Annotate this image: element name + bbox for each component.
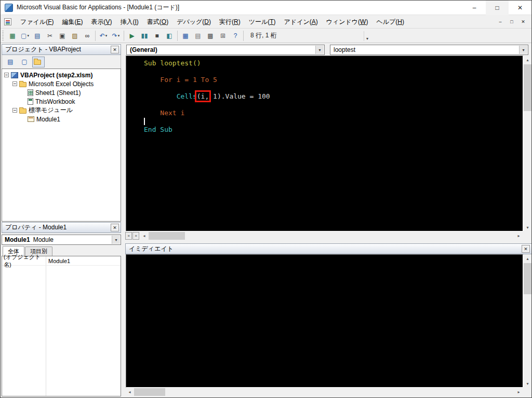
toggle-folders-icon[interactable]	[32, 57, 45, 67]
menu-item-tools[interactable]: ツール(T)	[245, 15, 280, 29]
project-panel-close-button[interactable]: ✕	[111, 46, 119, 53]
menu-item-help[interactable]: ヘルプ(H)	[372, 15, 408, 29]
view-object-icon[interactable]: ▢	[18, 57, 31, 67]
tree-item-excel-objects-folder[interactable]: −Microsoft Excel Objects	[2, 79, 121, 88]
minimize-button[interactable]: –	[463, 1, 486, 15]
chevron-down-icon[interactable]: ▾	[27, 34, 29, 38]
mdi-minimize-button[interactable]: –	[495, 17, 506, 26]
scrollbar-thumb[interactable]	[149, 232, 185, 240]
chevron-down-icon[interactable]: ▾	[519, 46, 527, 54]
run-icon[interactable]: ▶	[126, 30, 138, 42]
toolbar-options-icon[interactable]: ▾	[364, 31, 370, 41]
toolbar-separator	[243, 31, 244, 41]
scrollbar-thumb[interactable]	[134, 388, 165, 396]
tree-item-sheet1[interactable]: Sheet1 (Sheet1)	[2, 88, 121, 97]
annotation-highlight-box: (i,	[197, 92, 209, 100]
tree-item-thisworkbook[interactable]: ThisWorkbook	[2, 97, 121, 106]
toolbox-icon[interactable]: ⊞	[217, 30, 229, 42]
scroll-right-icon[interactable]: ▸	[514, 388, 523, 396]
scroll-left-icon[interactable]: ◂	[125, 388, 134, 396]
procedure-dropdown[interactable]: looptest ▾	[330, 45, 528, 55]
menu-item-edit[interactable]: 編集(E)	[58, 15, 87, 29]
paste-icon[interactable]: ▨	[69, 30, 81, 42]
properties-object-dropdown[interactable]: Module1 Module ▾	[2, 235, 121, 245]
undo-icon[interactable]: ↶▾	[97, 30, 110, 42]
project-explorer-panel: プロジェクト - VBAProject ✕ ▤▢ −VBAProject (st…	[2, 44, 121, 222]
properties-window-icon[interactable]: ▤	[192, 30, 204, 42]
scroll-right-icon[interactable]: ▸	[514, 232, 523, 240]
scroll-up-icon[interactable]: ▴	[523, 56, 532, 64]
project-explorer-icon[interactable]: ▦	[179, 30, 192, 42]
code-editor[interactable]: Sub looptest() For i = 1 To 5 Cells(i, 1…	[126, 56, 523, 231]
object-browser-icon[interactable]: ▩	[204, 30, 217, 42]
procedure-view-button[interactable]: ≡	[125, 232, 132, 240]
mdi-restore-button[interactable]: □	[507, 17, 517, 26]
save-icon[interactable]: ▤	[31, 30, 44, 42]
tree-item-vbaproject-root[interactable]: −VBAProject (step2.xlsm)	[2, 71, 121, 79]
code-line: End Sub	[144, 126, 523, 134]
menu-item-format[interactable]: 書式(O)	[143, 15, 172, 29]
view-excel-icon[interactable]: ▦	[6, 30, 19, 42]
code-line	[144, 84, 523, 92]
full-module-view-button[interactable]: ≡	[132, 232, 139, 240]
cut-icon[interactable]: ✂	[44, 30, 56, 42]
project-tree[interactable]: −VBAProject (step2.xlsm)−Microsoft Excel…	[2, 68, 121, 222]
collapse-expander-icon[interactable]: −	[12, 81, 17, 86]
tree-item-label: VBAProject (step2.xlsm)	[20, 72, 92, 79]
mdi-close-button[interactable]: ✕	[518, 17, 528, 26]
toolbar-separator	[95, 31, 96, 41]
tree-item-module1[interactable]: Module1	[2, 115, 121, 123]
properties-panel-title: プロパティ - Module1	[5, 223, 66, 232]
immediate-horizontal-scrollbar[interactable]: ◂ ▸	[125, 388, 523, 396]
insert-userform-icon[interactable]: ▢▾	[19, 30, 31, 42]
menu-item-addins[interactable]: アドイン(A)	[280, 15, 322, 29]
immediate-panel-title: イミディエイト	[129, 244, 174, 253]
copy-icon[interactable]: ▣	[56, 30, 69, 42]
chevron-down-icon[interactable]: ▾	[112, 236, 120, 244]
scroll-left-icon[interactable]: ◂	[140, 232, 149, 240]
module-document-icon[interactable]	[4, 18, 11, 25]
immediate-content[interactable]	[126, 254, 523, 388]
property-value: Module1	[46, 258, 70, 264]
help-icon[interactable]: ?	[229, 30, 242, 42]
chevron-down-icon[interactable]: ▾	[118, 34, 120, 38]
scroll-down-icon[interactable]: ▾	[523, 223, 532, 231]
chevron-down-icon[interactable]: ▾	[105, 34, 108, 38]
design-mode-icon[interactable]: ◧	[163, 30, 176, 42]
menu-item-run[interactable]: 実行(R)	[215, 15, 245, 29]
menu-item-insert[interactable]: 挿入(I)	[116, 15, 143, 29]
break-icon[interactable]: ▮▮	[138, 30, 151, 42]
scroll-down-icon[interactable]: ▾	[523, 379, 532, 388]
title-bar[interactable]: Microsoft Visual Basic for Applications …	[1, 1, 531, 15]
properties-panel-close-button[interactable]: ✕	[111, 224, 119, 231]
find-icon[interactable]: ∞	[81, 30, 94, 42]
tree-item-modules-folder[interactable]: −標準モジュール	[2, 106, 121, 115]
workbook-icon	[28, 98, 33, 105]
chevron-down-icon[interactable]: ▾	[315, 46, 324, 54]
object-dropdown[interactable]: (General) ▾	[126, 45, 325, 55]
toolbar-separator	[124, 31, 124, 41]
window-title: Microsoft Visual Basic for Applications …	[17, 3, 179, 12]
menu-item-window[interactable]: ウィンドウ(W)	[322, 15, 373, 29]
close-button[interactable]: ✕	[509, 1, 531, 15]
scrollbar-thumb[interactable]	[524, 263, 531, 294]
maximize-button[interactable]: □	[486, 1, 509, 15]
menu-item-view[interactable]: 表示(V)	[87, 15, 116, 29]
view-code-icon[interactable]: ▤	[4, 57, 17, 67]
collapse-expander-icon[interactable]: −	[12, 108, 17, 113]
reset-icon[interactable]: ■	[151, 30, 163, 42]
immediate-vertical-scrollbar[interactable]: ▴ ▾	[523, 254, 532, 388]
collapse-expander-icon[interactable]: −	[4, 73, 9, 77]
menu-item-file[interactable]: ファイル(F)	[16, 15, 58, 29]
scroll-up-icon[interactable]: ▴	[523, 254, 532, 263]
menu-item-debug[interactable]: デバッグ(D)	[172, 15, 215, 29]
toolbar-grip[interactable]	[2, 31, 4, 41]
cursor-position-indicator: 8 行, 1 桁	[250, 31, 277, 40]
immediate-panel-close-button[interactable]: ✕	[522, 245, 530, 253]
property-row[interactable]: (オブジェクト名)Module1	[2, 256, 121, 266]
code-line	[144, 101, 523, 109]
redo-icon[interactable]: ↷▾	[110, 30, 122, 42]
scrollbar-thumb[interactable]	[524, 64, 531, 111]
code-vertical-scrollbar[interactable]: ▴ ▾	[523, 56, 532, 231]
code-horizontal-scrollbar[interactable]: ≡ ≡ ◂ ▸	[125, 231, 523, 240]
